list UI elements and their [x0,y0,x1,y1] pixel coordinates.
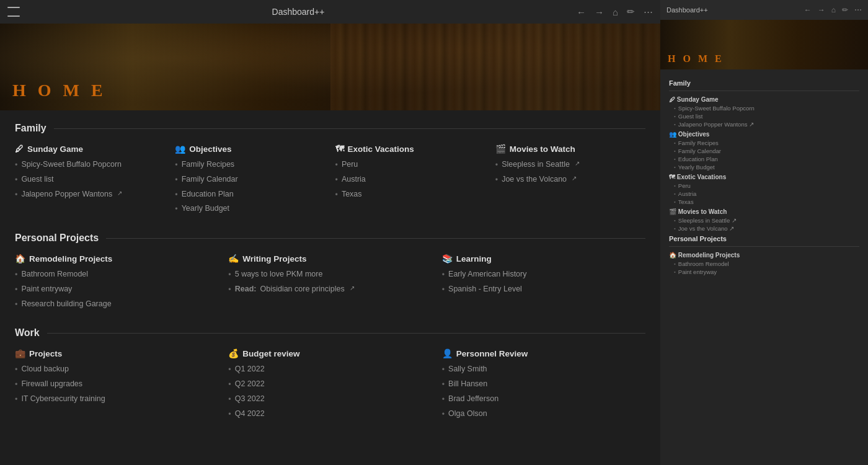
mini-list-item[interactable]: Family Recipes [674,139,859,147]
mini-home[interactable]: ⌂ [831,6,836,14]
list-item[interactable]: Q3 2022 [228,393,432,405]
mini-divider-1 [669,246,859,247]
card-emoji-work-1: 💰 [228,348,239,358]
card-title-family-2[interactable]: 🗺Exotic Vacations [335,144,485,154]
list-item[interactable]: Spanish - Entry Level [442,283,645,296]
mini-list-item[interactable]: Peru [674,182,859,190]
mini-list-item[interactable]: Texas [674,198,859,206]
mini-list-item[interactable]: Education Plan [674,155,859,163]
card-family-1: 👥ObjectivesFamily RecipesFamily Calendar… [175,144,325,215]
mini-edit[interactable]: ✏ [842,6,848,14]
list-item[interactable]: Read: Obisidian core principles↗ [228,283,432,296]
list-item[interactable]: Q1 2022 [228,363,432,376]
list-item[interactable]: IT Cybersecurity training [15,393,218,405]
card-title-work-0[interactable]: 💼Projects [15,348,218,358]
list-item[interactable]: Peru [335,159,485,171]
mini-list-item[interactable]: Austria [674,190,859,198]
card-title-family-1[interactable]: 👥Objectives [175,144,325,154]
list-item[interactable]: Brad Jefferson [442,393,645,405]
more-button[interactable]: ⋯ [644,6,653,17]
mini-list-item[interactable]: Sleepless in Seattle ↗ [674,216,859,224]
list-item[interactable]: Family Recipes [175,159,325,171]
list-item[interactable]: Education Plan [175,188,325,201]
card-emoji-work-0: 💼 [15,348,25,358]
home-button[interactable]: ⌂ [613,7,618,17]
card-emoji-work-2: 👤 [442,348,453,358]
mini-card-title-0-0[interactable]: 🖊 Sunday Game [669,96,859,103]
section-header-work: Work [15,327,645,339]
section-personal-projects: Personal Projects🏠Remodeling ProjectsBat… [15,232,645,310]
section-family: Family🖊Sunday GameSpicy-Sweet Buffalo Po… [15,123,645,215]
mini-card-title-0-3[interactable]: 🎬 Movies to Watch [669,208,859,215]
list-item[interactable]: Texas [335,188,485,201]
card-personal-projects-1: ✍Writing Projects5 ways to love PKM more… [228,254,432,310]
list-item[interactable]: Q4 2022 [228,408,432,420]
section-divider-personal-projects [106,238,645,239]
mini-section-title-0: Family [669,77,859,87]
list-item[interactable]: 5 ways to love PKM more [228,268,432,281]
list-item[interactable]: Firewall upgrades [15,378,218,391]
card-emoji-family-0: 🖊 [15,144,24,154]
list-item[interactable]: Research building Garage [15,298,218,311]
list-item[interactable]: Guest list [15,174,165,186]
list-item[interactable]: Austria [335,174,485,186]
list-item[interactable]: Cloud backup [15,363,218,376]
card-family-0: 🖊Sunday GameSpicy-Sweet Buffalo PopcornG… [15,144,165,215]
mini-list-item[interactable]: Paint entryway [674,268,859,276]
external-link-icon: ↗ [350,283,355,293]
mini-card-title-0-2[interactable]: 🗺 Exotic Vacations [669,174,859,180]
mini-hero-title: H O M E [668,53,724,64]
list-item[interactable]: Olga Olson [442,408,645,420]
mini-list-item[interactable]: Bathroom Remodel [674,260,859,268]
list-item[interactable]: Sleepless in Seattle↗ [495,159,645,171]
list-item[interactable]: Bill Hansen [442,378,645,391]
mini-more[interactable]: ⋯ [854,6,862,14]
card-title-personal-projects-2[interactable]: 📚Learning [442,254,645,264]
nav-back-button[interactable]: ← [577,7,586,17]
list-item[interactable]: Early American History [442,268,645,281]
mini-card-title-0-1[interactable]: 👥 Objectives [669,131,859,138]
mini-divider-0 [669,91,859,91]
list-item[interactable]: Paint entryway [15,283,218,296]
list-item[interactable]: Jalapeno Popper Wantons↗ [15,188,165,201]
mini-nav-forward[interactable]: → [818,6,825,14]
list-item[interactable]: Spicy-Sweet Buffalo Popcorn [15,159,165,171]
content-area: Family🖊Sunday GameSpicy-Sweet Buffalo Po… [0,110,660,465]
list-item[interactable]: Q2 2022 [228,378,432,391]
mini-section-0: Family🖊 Sunday GameSpicy-Sweet Buffalo P… [669,77,859,232]
card-emoji-family-3: 🎬 [495,144,506,154]
list-item[interactable]: Family Calendar [175,174,325,186]
sidebar-toggle-button[interactable] [7,7,20,17]
edit-button[interactable]: ✏ [627,6,635,17]
nav-forward-button[interactable]: → [595,7,604,17]
list-item[interactable]: Sally Smith [442,363,645,376]
card-work-1: 💰Budget reviewQ1 2022Q2 2022Q3 2022Q4 20… [228,348,432,420]
section-header-personal-projects: Personal Projects [15,232,645,244]
list-item[interactable]: Bathroom Remodel [15,268,218,281]
mini-app-title: Dashboard++ [666,6,708,14]
card-work-0: 💼ProjectsCloud backupFirewall upgradesIT… [15,348,218,420]
card-title-personal-projects-0[interactable]: 🏠Remodeling Projects [15,254,218,264]
section-title-family: Family [15,123,46,134]
mini-title-bar: Dashboard++ ← → ⌂ ✏ ⋯ [660,0,868,20]
mini-nav-back[interactable]: ← [804,6,812,14]
main-panel: Dashboard++ ← → ⌂ ✏ ⋯ H O M E Family🖊Sun… [0,0,660,465]
mini-section-1: Personal Projects🏠 Remodeling ProjectsBa… [669,232,859,276]
card-title-work-1[interactable]: 💰Budget review [228,348,432,358]
mini-list-item[interactable]: Joe vs the Volcano ↗ [674,224,859,232]
card-title-family-3[interactable]: 🎬Movies to Watch [495,144,645,154]
card-title-work-2[interactable]: 👤Personnel Review [442,348,645,358]
list-item[interactable]: Yearly Budget [175,203,325,215]
list-item[interactable]: Joe vs the Volcano↗ [495,174,645,186]
card-emoji-personal-projects-0: 🏠 [15,254,25,264]
book-decoration [330,24,661,110]
mini-list-item[interactable]: Jalapeno Popper Wantons ↗ [674,120,859,128]
mini-card-title-1-0[interactable]: 🏠 Remodeling Projects [669,252,859,259]
mini-list-item[interactable]: Guest list [674,112,859,120]
card-title-personal-projects-1[interactable]: ✍Writing Projects [228,254,432,264]
mini-list-item[interactable]: Family Calendar [674,147,859,155]
card-title-family-0[interactable]: 🖊Sunday Game [15,144,165,154]
card-family-2: 🗺Exotic VacationsPeruAustriaTexas [335,144,485,215]
mini-list-item[interactable]: Yearly Budget [674,163,859,171]
mini-list-item[interactable]: Spicy-Sweet Buffalo Popcorn [674,104,859,112]
